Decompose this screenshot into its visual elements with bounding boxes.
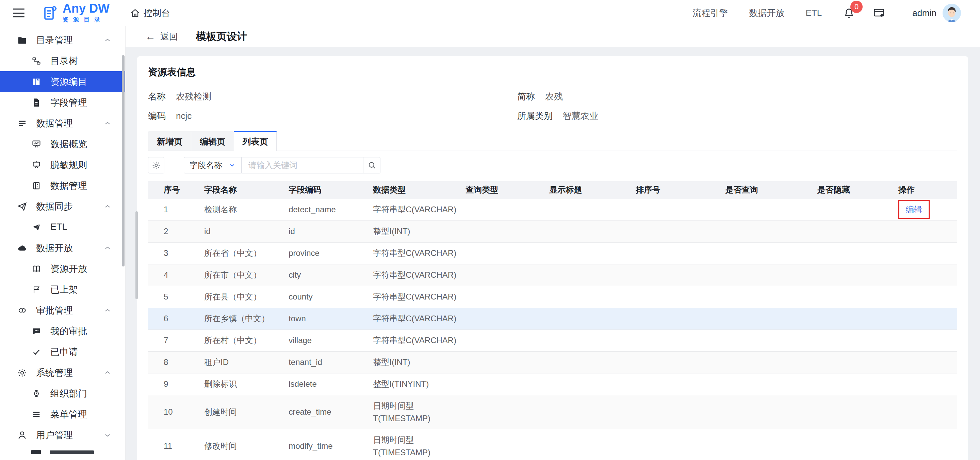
topbar-right: 流程引擎 数据开放 ETL 0 admin — [692, 4, 980, 22]
tab-add-page[interactable]: 新增页 — [148, 131, 191, 151]
content-card: 资源表信息 名称 农残检测 简称 农残 编码 ncjc 所属类别 智慧农业 — [137, 56, 968, 460]
col-is-hidden: 是否隐藏 — [802, 181, 883, 199]
sidebar-item-field-mgmt[interactable]: 字段管理 — [0, 92, 125, 113]
chart-board-icon — [31, 139, 41, 149]
nav-process-engine[interactable]: 流程引擎 — [692, 7, 728, 19]
search-button[interactable] — [363, 157, 380, 173]
table-row[interactable]: 8 租户ID tenant_id 整型I(INT) — [148, 351, 957, 373]
brand-subtitle: 资源目录 — [63, 16, 110, 24]
gear-icon — [17, 368, 27, 378]
sidebar-group-system-mgmt[interactable]: 系统管理 — [0, 362, 125, 383]
sidebar-item-applied[interactable]: 已申请 — [0, 342, 125, 362]
sidebar-item-resource-open[interactable]: 资源开放 — [0, 258, 125, 279]
open-book-icon — [31, 264, 41, 274]
notification-bell[interactable]: 0 — [843, 7, 855, 19]
sidebar-group-data-sync[interactable]: 数据同步 — [0, 196, 125, 217]
app-root: Any DW 资源目录 控制台 流程引擎 数据开放 ETL — [0, 0, 980, 460]
table-row[interactable]: 3 所在省（中文） province 字符串型C(VARCHAR) — [148, 242, 957, 264]
menu-icon — [31, 409, 41, 420]
sidebar-item-masking-rules[interactable]: 脱敏规则 — [0, 154, 125, 175]
chevron-up-icon — [103, 119, 111, 128]
plane-icon — [31, 222, 41, 232]
nav-data-open[interactable]: 数据开放 — [749, 7, 784, 19]
notification-badge: 0 — [850, 1, 862, 13]
table-row[interactable]: 5 所在县（中文） county 字符串型C(VARCHAR) — [148, 286, 957, 308]
resource-info: 名称 农残检测 简称 农残 编码 ncjc 所属类别 智慧农业 — [148, 87, 957, 126]
cloud-icon — [17, 243, 27, 253]
tab-list-page[interactable]: 列表页 — [234, 131, 277, 151]
sidebar-item-my-approvals[interactable]: 我的审批 — [0, 321, 125, 342]
table-row[interactable]: 7 所在村（中文） village 字符串型C(VARCHAR) — [148, 329, 957, 351]
brand-text: Any DW 资源目录 — [63, 2, 110, 24]
sidebar-item-data-overview[interactable]: 数据概览 — [0, 134, 125, 154]
col-actions: 操作 — [883, 181, 957, 199]
info-field-category: 所属类别 智慧农业 — [517, 106, 957, 126]
resource-info-title: 资源表信息 — [148, 56, 957, 79]
table-row[interactable]: 4 所在市（中文） city 字符串型C(VARCHAR) — [148, 264, 957, 286]
sidebar-item-org-dept[interactable]: 组织部门 — [0, 383, 125, 404]
table-row-highlighted[interactable]: 6 所在乡镇（中文） town 字符串型C(VARCHAR) — [148, 308, 957, 329]
nav-etl[interactable]: ETL — [805, 8, 822, 18]
edit-link[interactable]: 编辑 — [906, 205, 922, 214]
console-label: 控制台 — [143, 7, 170, 19]
notebook-icon — [31, 180, 41, 191]
table-row[interactable]: 11 修改时间 modify_time 日期时间型T(TIMESTAMP) — [148, 429, 957, 460]
column-settings-button[interactable] — [148, 157, 164, 173]
sidebar-item-partially-visible[interactable] — [0, 450, 125, 460]
sidebar-item-etl[interactable]: ETL — [0, 217, 125, 238]
keyword-search-input[interactable] — [242, 157, 363, 173]
cropped-icon — [31, 450, 41, 454]
flag-icon — [31, 284, 41, 295]
chevron-up-icon — [103, 203, 111, 211]
sidebar-group-approval-mgmt[interactable]: 审批管理 — [0, 300, 125, 321]
avatar[interactable] — [943, 4, 961, 22]
tab-edit-page[interactable]: 编辑页 — [191, 131, 234, 151]
sidebar-group-catalog-mgmt[interactable]: 目录管理 — [0, 30, 125, 50]
content-scrollbar-thumb[interactable] — [135, 211, 138, 299]
table-toolbar: 字段名称 — [148, 157, 957, 173]
board-icon — [31, 160, 41, 170]
col-query-type: 查询类型 — [450, 181, 533, 199]
sidebar-group-data-open[interactable]: 数据开放 — [0, 238, 125, 258]
back-button[interactable]: ← 返回 — [145, 31, 178, 43]
sidebar-group-user-mgmt[interactable]: 用户管理 — [0, 425, 125, 446]
window-settings-icon[interactable] — [873, 7, 885, 19]
main-content: ← 返回 模板页设计 资源表信息 名称 农残检测 简称 农残 编码 ncjc — [125, 26, 980, 460]
table-row[interactable]: 10 创建时间 create_time 日期时间型T(TIMESTAMP) — [148, 395, 957, 429]
edit-action: 编辑 — [898, 200, 930, 219]
console-nav[interactable]: 控制台 — [130, 7, 170, 19]
table-row[interactable]: 2 id id 整型I(INT) — [148, 220, 957, 242]
sidebar-group-data-mgmt[interactable]: 数据管理 — [0, 113, 125, 134]
info-field-code: 编码 ncjc — [148, 106, 517, 126]
page-header: ← 返回 模板页设计 — [125, 26, 980, 47]
info-field-short-name: 简称 农残 — [517, 87, 957, 106]
info-field-name: 名称 农残检测 — [148, 87, 517, 106]
sidebar-item-catalog-tree[interactable]: 目录树 — [0, 50, 125, 71]
back-arrow-icon: ← — [145, 31, 156, 42]
sidebar-item-data-mgmt[interactable]: 数据管理 — [0, 175, 125, 196]
col-display-title: 显示标题 — [533, 181, 620, 199]
sidebar: 目录管理 目录树 资源编目 字段管理 数据管理 — [0, 26, 125, 460]
chevron-down-icon — [103, 431, 111, 439]
brand-title: Any DW — [63, 2, 110, 14]
col-is-query: 是否查询 — [710, 181, 802, 199]
home-icon — [130, 8, 140, 18]
user-icon — [17, 430, 27, 440]
sidebar-scrollbar-thumb[interactable] — [122, 55, 124, 267]
toolbar-divider — [174, 160, 174, 170]
logo-document-gear-icon — [42, 5, 59, 21]
topbar: Any DW 资源目录 控制台 流程引擎 数据开放 ETL — [0, 0, 980, 26]
select-caret-icon — [228, 161, 236, 169]
username: admin — [912, 8, 937, 18]
sidebar-item-published[interactable]: 已上架 — [0, 279, 125, 300]
sidebar-item-resource-catalog[interactable]: 资源编目 — [0, 71, 125, 92]
table-row[interactable]: 9 删除标识 isdelete 整型I(TINYINT) — [148, 373, 957, 395]
table-row[interactable]: 1 检测名称 detect_name 字符串型C(VARCHAR) 编辑 — [148, 199, 957, 220]
sidebar-item-menu-mgmt[interactable]: 菜单管理 — [0, 404, 125, 425]
cropped-label — [50, 450, 94, 454]
hamburger-menu-icon[interactable] — [13, 8, 24, 18]
col-data-type: 数据类型 — [357, 181, 450, 199]
brand-logo[interactable]: Any DW 资源目录 — [42, 2, 110, 24]
search-field-select[interactable]: 字段名称 — [184, 157, 242, 173]
folder-icon — [17, 35, 27, 45]
